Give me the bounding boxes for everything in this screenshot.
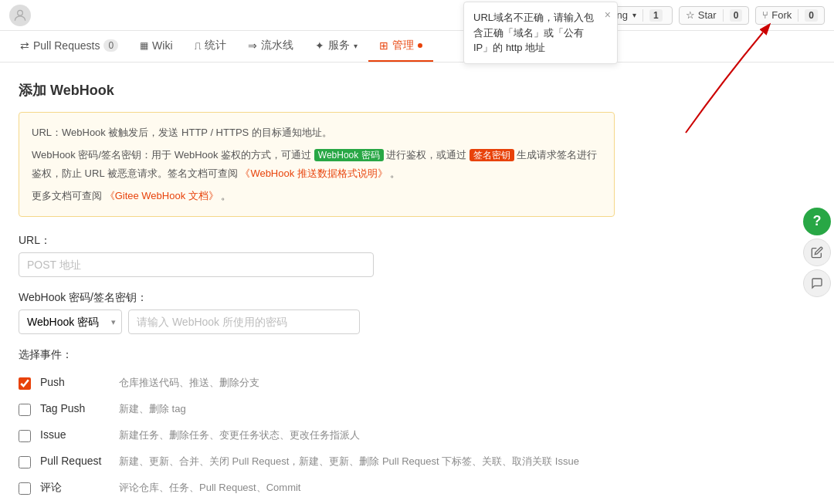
edit-float-button[interactable] [803, 238, 831, 266]
webhook-format-link[interactable]: 《WebHook 推送数据格式说明》 [240, 167, 387, 179]
error-popup: URL域名不正确，请输入包含正确「域名」或「公有IP」的 http 地址 × [463, 2, 618, 64]
main-content: 添加 WebHook URL：WebHook 被触发后，发送 HTTP / HT… [0, 63, 633, 504]
top-bar-left [9, 5, 31, 26]
tab-stats[interactable]: ⎍ 统计 [184, 31, 237, 62]
star-label: Star [698, 9, 717, 21]
tab-stats-label: 统计 [205, 39, 226, 52]
services-icon: ✦ [315, 39, 324, 52]
info-line3: 更多文档可查阅 《Gitee WebHook 文档》 。 [32, 187, 602, 205]
event-pull-request: Pull Request 新建、更新、合并、关闭 Pull Request，新建… [19, 448, 615, 475]
sign-key-badge: 签名密钥 [470, 149, 514, 161]
event-tag-push: Tag Push 新建、删除 tag [19, 396, 615, 422]
event-pull-request-checkbox[interactable] [19, 456, 31, 468]
pipeline-icon: ⇒ [248, 39, 257, 52]
gitee-webhook-link[interactable]: 《Gitee WebHook 文档》 [105, 190, 219, 201]
avatar [9, 5, 31, 26]
info-line2: WebHook 密码/签名密钥：用于 WebHook 鉴权的方式，可通过 Web… [32, 146, 602, 182]
fork-icon: ⑂ [762, 9, 768, 21]
event-issue-checkbox[interactable] [19, 430, 31, 442]
info-box: URL：WebHook 被触发后，发送 HTTP / HTTPS 的目标通知地址… [19, 112, 615, 217]
tab-manage[interactable]: ⊞ 管理 [368, 31, 433, 62]
events-list: Push 仓库推送代码、推送、删除分支 Tag Push 新建、删除 tag I… [19, 370, 615, 501]
event-tag-push-name: Tag Push [40, 402, 110, 414]
error-popup-close[interactable]: × [605, 7, 611, 23]
tab-wiki[interactable]: ▦ Wiki [129, 32, 183, 61]
wiki-icon: ▦ [140, 40, 148, 51]
tab-pull-requests-label: Pull Requests [33, 39, 100, 52]
url-input[interactable] [19, 252, 374, 277]
webhook-pwd-label: WebHook 密码/签名密钥： [19, 291, 615, 305]
top-bar: URL域名不正确，请输入包含正确「域名」或「公有IP」的 http 地址 × 👁… [0, 0, 834, 31]
event-pull-request-name: Pull Request [40, 455, 110, 467]
svg-point-0 [18, 10, 23, 15]
nav-tabs: ⇄ Pull Requests 0 ▦ Wiki ⎍ 统计 ⇒ 流水线 ✦ 服务… [0, 31, 834, 63]
help-button[interactable]: ? [803, 208, 831, 235]
star-button[interactable]: ☆ Star 0 [679, 6, 750, 25]
error-popup-text: URL域名不正确，请输入包含正确「域名」或「公有IP」的 http 地址 [473, 12, 594, 53]
watch-count: 1 [649, 9, 663, 22]
star-icon: ☆ [686, 9, 695, 21]
url-label: URL： [19, 234, 615, 248]
tab-pipeline-label: 流水线 [261, 39, 293, 52]
manage-active-dot [418, 43, 422, 48]
pwd-type-select[interactable]: WebHook 密码 签名密钥 [19, 310, 122, 334]
event-push-checkbox[interactable] [19, 377, 31, 390]
event-tag-push-checkbox[interactable] [19, 404, 31, 416]
star-count: 0 [730, 9, 743, 22]
watch-dropdown-icon[interactable]: ▾ [632, 11, 636, 19]
tab-wiki-label: Wiki [152, 39, 172, 52]
event-issue-desc: 新建任务、删除任务、变更任务状态、更改任务指派人 [119, 428, 360, 442]
webhook-pwd-group: WebHook 密码/签名密钥： WebHook 密码 签名密钥 ▾ [19, 291, 615, 334]
event-tag-push-desc: 新建、删除 tag [119, 402, 186, 416]
event-push: Push 仓库推送代码、推送、删除分支 [19, 370, 615, 396]
events-label: 选择事件： [19, 348, 615, 362]
event-push-desc: 仓库推送代码、推送、删除分支 [119, 376, 259, 390]
stats-icon: ⎍ [195, 39, 201, 52]
events-group: 选择事件： Push 仓库推送代码、推送、删除分支 Tag Push 新建、删除… [19, 348, 615, 501]
info-line1: URL：WebHook 被触发后，发送 HTTP / HTTPS 的目标通知地址… [32, 123, 602, 141]
pwd-input[interactable] [128, 310, 360, 334]
event-pull-request-desc: 新建、更新、合并、关闭 Pull Request，新建、更新、删除 Pull R… [119, 455, 579, 468]
pwd-type-select-wrapper: WebHook 密码 签名密钥 ▾ [19, 310, 122, 334]
event-comment-checkbox[interactable] [19, 482, 31, 495]
tab-services[interactable]: ✦ 服务 ▾ [304, 31, 368, 62]
event-issue-name: Issue [40, 428, 110, 441]
tab-services-label: 服务 [328, 39, 350, 52]
tab-manage-label: 管理 [392, 39, 414, 52]
webhook-pwd-row: WebHook 密码 签名密钥 ▾ [19, 310, 615, 334]
tab-pipeline[interactable]: ⇒ 流水线 [237, 31, 304, 62]
event-comment: 评论 评论仓库、任务、Pull Request、Commit [19, 475, 615, 501]
event-push-name: Push [40, 376, 110, 388]
services-dropdown-icon: ▾ [354, 42, 358, 50]
tab-pull-requests[interactable]: ⇄ Pull Requests 0 [9, 32, 129, 61]
event-comment-name: 评论 [40, 481, 110, 495]
webhook-pwd-badge: WebHook 密码 [314, 149, 384, 161]
manage-icon: ⊞ [379, 39, 388, 52]
pull-requests-icon: ⇄ [20, 39, 29, 52]
fork-count: 0 [805, 9, 818, 22]
fork-button[interactable]: ⑂ Fork 0 [755, 6, 825, 25]
event-comment-desc: 评论仓库、任务、Pull Request、Commit [119, 481, 301, 495]
event-issue: Issue 新建任务、删除任务、变更任务状态、更改任务指派人 [19, 422, 615, 448]
chat-float-button[interactable] [803, 269, 831, 297]
float-buttons: ? [800, 205, 834, 300]
fork-label: Fork [771, 9, 792, 21]
url-field-group: URL： [19, 234, 615, 277]
page-title: 添加 WebHook [19, 81, 615, 100]
pr-count: 0 [103, 39, 118, 52]
